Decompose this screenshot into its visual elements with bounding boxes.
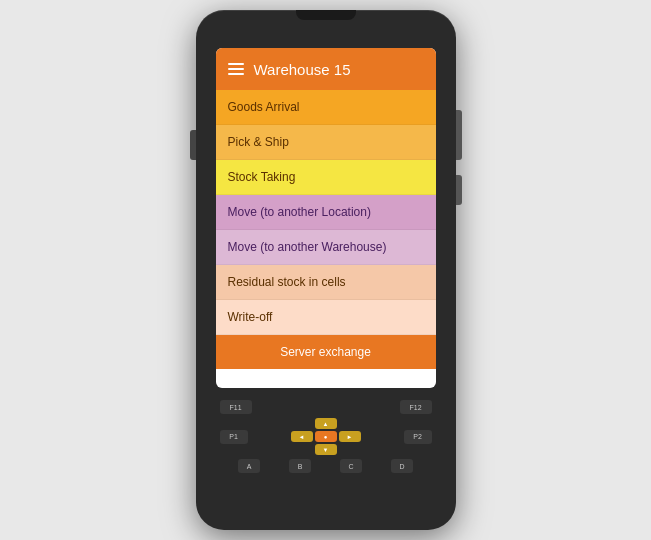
- left-arrow-key[interactable]: ◄: [291, 431, 313, 442]
- handheld-device: Warehouse 15 Goods ArrivalPick & ShipSto…: [196, 10, 456, 530]
- menu-item-move-location[interactable]: Move (to another Location): [216, 195, 436, 230]
- right-arrow-key[interactable]: ►: [339, 431, 361, 442]
- right-side-button-top[interactable]: [456, 110, 462, 160]
- device-top: [196, 10, 456, 46]
- p2-key[interactable]: P2: [404, 430, 432, 444]
- app-title: Warehouse 15: [254, 61, 351, 78]
- a-key[interactable]: A: [238, 459, 260, 473]
- left-side-button[interactable]: [190, 130, 196, 160]
- d-key[interactable]: D: [391, 459, 413, 473]
- menu-list: Goods ArrivalPick & ShipStock TakingMove…: [216, 90, 436, 335]
- menu-item-write-off[interactable]: Write-off: [216, 300, 436, 335]
- f12-key[interactable]: F12: [400, 400, 432, 414]
- device-screen: Warehouse 15 Goods ArrivalPick & ShipSto…: [216, 48, 436, 388]
- device-bottom: F11 F12 P1 ▲ ◄ ● ► ▼: [196, 388, 456, 530]
- menu-item-stock-taking[interactable]: Stock Taking: [216, 160, 436, 195]
- server-exchange-button[interactable]: Server exchange: [216, 335, 436, 369]
- keypad: F11 F12 P1 ▲ ◄ ● ► ▼: [216, 400, 436, 475]
- c-key[interactable]: C: [340, 459, 362, 473]
- alpha-key-row: A B C D: [216, 459, 436, 473]
- down-arrow-key[interactable]: ▼: [315, 444, 337, 455]
- b-key[interactable]: B: [289, 459, 311, 473]
- center-key[interactable]: ●: [315, 431, 337, 442]
- f11-key[interactable]: F11: [220, 400, 252, 414]
- menu-item-goods-arrival[interactable]: Goods Arrival: [216, 90, 436, 125]
- menu-item-residual-stock[interactable]: Residual stock in cells: [216, 265, 436, 300]
- nav-cluster: ▲ ◄ ● ► ▼: [291, 418, 361, 455]
- app-header: Warehouse 15: [216, 48, 436, 90]
- nav-row: P1 ▲ ◄ ● ► ▼ P2: [216, 418, 436, 455]
- p1-key[interactable]: P1: [220, 430, 248, 444]
- menu-item-move-warehouse[interactable]: Move (to another Warehouse): [216, 230, 436, 265]
- fn-key-row: F11 F12: [216, 400, 436, 414]
- up-arrow-key[interactable]: ▲: [315, 418, 337, 429]
- right-side-button-bottom[interactable]: [456, 175, 462, 205]
- menu-item-pick-ship[interactable]: Pick & Ship: [216, 125, 436, 160]
- hamburger-icon[interactable]: [228, 63, 244, 75]
